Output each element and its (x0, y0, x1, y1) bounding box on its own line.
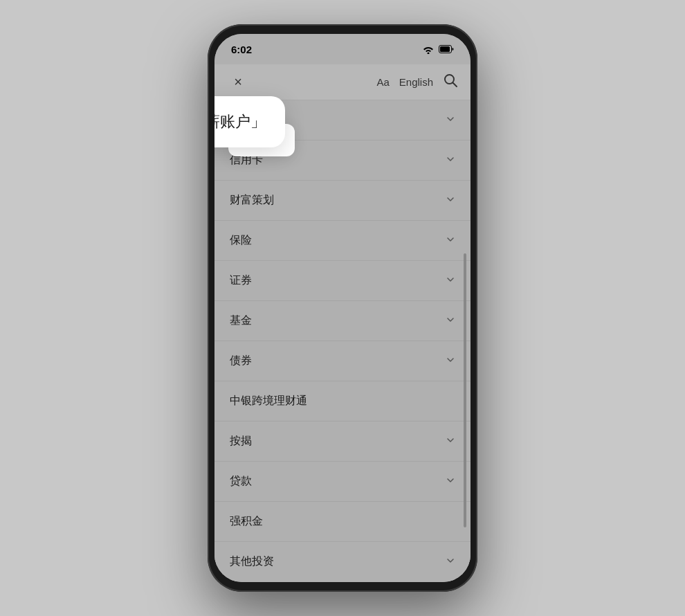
menu-item[interactable]: 财富策划 (214, 181, 471, 221)
svg-line-3 (453, 83, 457, 87)
chevron-down-icon (446, 355, 455, 367)
battery-icon (439, 45, 454, 53)
search-icon (443, 73, 458, 88)
menu-item[interactable]: 按揭 (214, 422, 471, 462)
status-bar: 6:02 (214, 34, 471, 64)
status-icons (422, 44, 454, 54)
status-time: 6:02 (231, 44, 252, 55)
chevron-down-icon (446, 475, 455, 487)
close-button[interactable]: × (227, 71, 249, 93)
chevron-down-icon (446, 114, 455, 126)
menu-content[interactable]: 账户信用卡财富策划保险证券基金债券中银跨境理财通按揭贷款强积金其他投资 (214, 100, 471, 582)
font-size-button[interactable]: Aa (376, 76, 389, 88)
menu-item-label: 债券 (230, 354, 252, 368)
menu-item[interactable]: 其他投资 (214, 542, 471, 581)
menu-item[interactable]: 证券 (214, 261, 471, 301)
wifi-icon (422, 44, 435, 54)
chevron-down-icon (446, 194, 455, 206)
chevron-down-icon (446, 275, 455, 287)
phone-wrapper: 6:02 × Aa English (208, 24, 477, 592)
menu-item[interactable]: 强积金 (214, 502, 471, 542)
search-button[interactable] (443, 73, 458, 91)
phone-screen: 6:02 × Aa English (214, 34, 471, 582)
tooltip-popup: 点击「发薪账户」 (214, 96, 285, 147)
menu-item-label: 财富策划 (230, 193, 274, 208)
menu-item-label: 保险 (230, 233, 252, 248)
chevron-down-icon (446, 556, 455, 568)
chevron-down-icon (446, 435, 455, 447)
nav-right-controls: Aa English (376, 73, 458, 91)
menu-item[interactable]: 中银跨境理财通 (214, 381, 471, 422)
chevron-down-icon (446, 315, 455, 327)
menu-item-label: 强积金 (230, 514, 263, 529)
menu-item-label: 其他投资 (230, 554, 274, 569)
chevron-down-icon (446, 235, 455, 246)
menu-item-label: 贷款 (230, 474, 252, 489)
menu-item-label: 中银跨境理财通 (230, 394, 307, 408)
tooltip-text: 点击「发薪账户」 (214, 113, 266, 130)
svg-rect-1 (440, 46, 450, 52)
scroll-track (464, 253, 466, 527)
menu-item-label: 证券 (230, 273, 252, 288)
menu-item[interactable]: 保险 (214, 221, 471, 261)
menu-item[interactable]: 基金 (214, 301, 471, 341)
menu-item[interactable]: 债券 (214, 341, 471, 381)
menu-item-label: 基金 (230, 314, 252, 328)
menu-item[interactable]: 贷款 (214, 462, 471, 502)
chevron-down-icon (446, 154, 455, 166)
menu-item-label: 按揭 (230, 434, 252, 449)
nav-bar: × Aa English (214, 64, 471, 100)
language-button[interactable]: English (399, 76, 433, 88)
